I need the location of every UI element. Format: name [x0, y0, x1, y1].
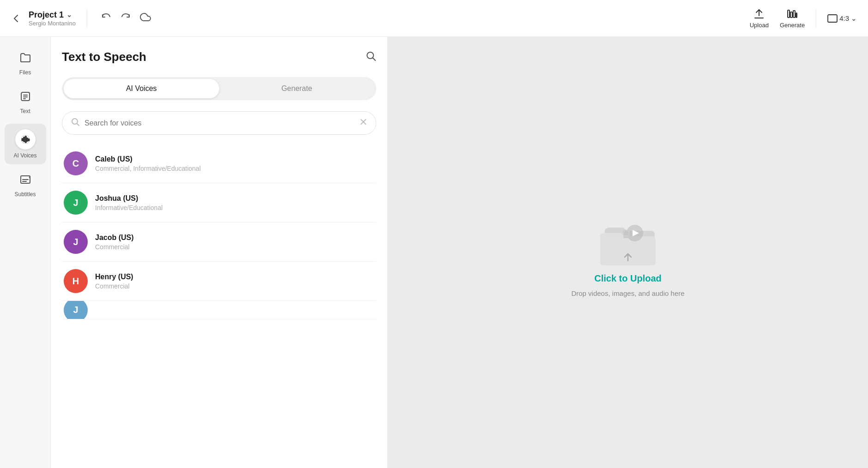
- chevron-down-icon: ⌄: [66, 11, 72, 18]
- svg-rect-4: [796, 13, 797, 18]
- header-right-divider: [816, 9, 816, 28]
- voice-item-partial[interactable]: J: [62, 301, 376, 319]
- svg-rect-2: [790, 12, 792, 18]
- folder-icon: [19, 52, 31, 66]
- sidebar-item-subtitles[interactable]: Subtitles: [5, 168, 46, 203]
- voice-category-jacob: Commercial: [95, 243, 134, 251]
- voice-list: C Caleb (US) Commercial, Informative/Edu…: [62, 144, 376, 319]
- sidebar-files-label: Files: [19, 69, 31, 76]
- sidebar-item-files[interactable]: Files: [5, 46, 46, 81]
- svg-rect-3: [793, 11, 795, 18]
- canvas-area[interactable]: Click to Upload Drop videos, images, and…: [388, 37, 868, 468]
- voice-item-caleb[interactable]: C Caleb (US) Commercial, Informative/Edu…: [62, 144, 376, 183]
- text-icon: [19, 90, 31, 105]
- header-left: Project 1 ⌄ Sergio Montanino: [11, 9, 154, 28]
- generate-tool[interactable]: Generate: [780, 8, 805, 29]
- svg-rect-15: [28, 139, 29, 141]
- main-content: Files Text: [0, 37, 868, 468]
- svg-rect-14: [22, 138, 23, 141]
- header-divider: [87, 9, 87, 28]
- svg-rect-13: [27, 138, 28, 141]
- svg-line-22: [77, 124, 79, 126]
- avatar-caleb: C: [64, 151, 88, 175]
- sidebar-item-ai-voices[interactable]: AI Voices: [5, 124, 46, 164]
- tab-ai-voices[interactable]: AI Voices: [64, 79, 219, 98]
- header: Project 1 ⌄ Sergio Montanino: [0, 0, 868, 37]
- upload-click-text: Click to Upload: [594, 273, 662, 284]
- undo-button[interactable]: [98, 9, 114, 27]
- panel-header: Text to Speech: [62, 50, 376, 64]
- svg-line-20: [373, 58, 376, 60]
- cloud-save-button[interactable]: [137, 9, 154, 28]
- svg-rect-5: [828, 15, 837, 22]
- voice-info-jacob: Jacob (US) Commercial: [95, 234, 134, 251]
- panel-search-button[interactable]: [365, 50, 376, 64]
- header-right: Upload Generate 4:3 ⌄: [750, 8, 857, 29]
- upload-illustration: [596, 208, 660, 268]
- project-name-row: Project 1 ⌄: [29, 10, 76, 20]
- svg-rect-1: [788, 10, 790, 18]
- avatar-henry: H: [64, 269, 88, 293]
- voice-name-jacob: Jacob (US): [95, 234, 134, 242]
- upload-drop-text: Drop videos, images, and audio here: [571, 289, 684, 297]
- ai-voices-icon-wrap: [15, 129, 36, 150]
- project-user: Sergio Montanino: [29, 20, 76, 27]
- voice-item-jacob[interactable]: J Jacob (US) Commercial: [62, 222, 376, 262]
- tts-panel: Text to Speech AI Voices Generate: [51, 37, 388, 468]
- search-bar: [62, 111, 376, 135]
- voice-category-joshua: Informative/Educational: [95, 204, 163, 211]
- upload-label: Upload: [750, 22, 769, 29]
- upload-tool[interactable]: Upload: [750, 8, 769, 29]
- subtitles-icon: [19, 174, 31, 188]
- voice-info-caleb: Caleb (US) Commercial, Informative/Educa…: [95, 155, 201, 172]
- clear-search-icon[interactable]: [359, 118, 368, 128]
- sidebar: Files Text: [0, 37, 51, 468]
- project-info: Project 1 ⌄ Sergio Montanino: [29, 10, 76, 27]
- sidebar-item-text[interactable]: Text: [5, 85, 46, 120]
- search-input[interactable]: [84, 119, 355, 127]
- voice-name-henry: Henry (US): [95, 273, 133, 281]
- project-title: Project 1: [29, 10, 64, 20]
- generate-label: Generate: [780, 22, 805, 29]
- voice-name-caleb: Caleb (US): [95, 155, 201, 163]
- svg-rect-12: [25, 136, 26, 143]
- aspect-ratio-label: 4:3: [839, 14, 849, 22]
- aspect-ratio-button[interactable]: 4:3 ⌄: [827, 14, 857, 23]
- avatar-joshua: J: [64, 191, 88, 215]
- search-icon: [71, 117, 80, 129]
- sidebar-subtitles-label: Subtitles: [14, 191, 36, 198]
- header-actions: [98, 9, 154, 28]
- voice-category-henry: Commercial: [95, 282, 133, 290]
- avatar-jacob: J: [64, 230, 88, 254]
- voice-name-joshua: Joshua (US): [95, 194, 163, 203]
- sidebar-ai-voices-label: AI Voices: [13, 152, 36, 159]
- back-button[interactable]: [11, 13, 21, 24]
- aspect-ratio-chevron: ⌄: [851, 14, 857, 23]
- voice-category-caleb: Commercial, Informative/Educational: [95, 165, 201, 172]
- panel-title: Text to Speech: [62, 50, 146, 64]
- tab-generate[interactable]: Generate: [219, 79, 375, 98]
- voice-info-henry: Henry (US) Commercial: [95, 273, 133, 290]
- voice-item-henry[interactable]: H Henry (US) Commercial: [62, 262, 376, 301]
- upload-zone[interactable]: Click to Upload Drop videos, images, and…: [571, 208, 684, 297]
- voice-item-joshua[interactable]: J Joshua (US) Informative/Educational: [62, 183, 376, 222]
- sidebar-text-label: Text: [20, 108, 30, 114]
- voice-tabs: AI Voices Generate: [62, 77, 376, 100]
- svg-rect-11: [24, 137, 25, 142]
- redo-button[interactable]: [118, 9, 133, 27]
- voice-info-joshua: Joshua (US) Informative/Educational: [95, 194, 163, 211]
- avatar-partial: J: [64, 301, 88, 319]
